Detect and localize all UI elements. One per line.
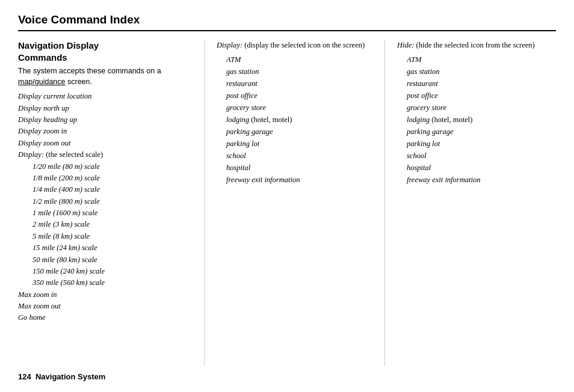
list-item: Display heading up bbox=[18, 114, 192, 126]
list-item: Display north up bbox=[18, 103, 192, 114]
list-item: ATM bbox=[397, 54, 554, 66]
footer-page-num: 124 bbox=[18, 372, 31, 381]
mid-header-normal: (display the selected icon on the screen… bbox=[242, 41, 365, 49]
list-item: lodging (hotel, motel) bbox=[397, 114, 554, 126]
list-item: 350 mile (560 km) scale bbox=[18, 277, 192, 289]
right-header-normal: (hide the selected icon from the screen) bbox=[414, 41, 534, 49]
list-item: gas station bbox=[397, 66, 554, 78]
list-item: restaurant bbox=[217, 78, 378, 90]
list-item: school bbox=[217, 150, 378, 162]
list-item: gas station bbox=[217, 66, 378, 78]
list-item: Go home bbox=[18, 312, 192, 323]
list-item: 15 mile (24 km) scale bbox=[18, 242, 192, 254]
mid-items-list: ATM gas station restaurant post office g… bbox=[217, 54, 378, 186]
list-item: 1/20 mile (80 m) scale bbox=[18, 161, 192, 173]
list-item: Display: (the selected scale) bbox=[18, 149, 192, 161]
list-item: post office bbox=[397, 90, 554, 102]
list-item: freeway exit information bbox=[397, 174, 554, 186]
list-item: 1/4 mile (400 m) scale bbox=[18, 184, 192, 195]
command-list: Display current location Display north u… bbox=[18, 91, 192, 324]
list-item: Display zoom in bbox=[18, 126, 192, 137]
list-item: lodging (hotel, motel) bbox=[217, 114, 378, 126]
list-item: 150 mile (240 km) scale bbox=[18, 266, 192, 277]
left-column: Navigation Display Commands The system a… bbox=[18, 40, 205, 366]
right-col-header: Hide: (hide the selected icon from the s… bbox=[397, 40, 554, 51]
list-item: freeway exit information bbox=[217, 174, 378, 186]
list-item: 1/2 mile (800 m) scale bbox=[18, 196, 192, 207]
list-item: Display current location bbox=[18, 91, 192, 102]
list-item: 2 mile (3 km) scale bbox=[18, 219, 192, 230]
mid-header-italic: Display: bbox=[217, 41, 242, 49]
page-footer: 124 Navigation System bbox=[18, 366, 556, 381]
list-item: 50 mile (80 km) scale bbox=[18, 254, 192, 266]
page-title: Voice Command Index bbox=[18, 13, 140, 26]
list-item: grocery store bbox=[397, 102, 554, 114]
right-column: Hide: (hide the selected icon from the s… bbox=[385, 40, 554, 366]
list-item: grocery store bbox=[217, 102, 378, 114]
list-item: Max zoom in bbox=[18, 289, 192, 301]
list-item: Display zoom out bbox=[18, 138, 192, 149]
list-item: parking lot bbox=[217, 138, 378, 150]
section-title: Navigation Display Commands bbox=[18, 40, 192, 63]
list-item: ATM bbox=[217, 54, 378, 66]
page-header: Voice Command Index bbox=[18, 13, 556, 31]
intro-text: The system accepts these commands on a m… bbox=[18, 66, 192, 87]
mid-col-header: Display: (display the selected icon on t… bbox=[217, 40, 378, 51]
list-item: school bbox=[397, 150, 554, 162]
list-item: Max zoom out bbox=[18, 301, 192, 312]
list-item: 1/8 mile (200 m) scale bbox=[18, 173, 192, 184]
list-item: 1 mile (1600 m) scale bbox=[18, 207, 192, 219]
right-header-italic: Hide: bbox=[397, 41, 414, 49]
list-item: parking garage bbox=[397, 126, 554, 138]
list-item: parking lot bbox=[397, 138, 554, 150]
list-item: hospital bbox=[397, 162, 554, 174]
list-item: 5 mile (8 km) scale bbox=[18, 231, 192, 242]
list-item: hospital bbox=[217, 162, 378, 174]
footer-text: Navigation System bbox=[35, 372, 105, 381]
page: Voice Command Index Navigation Display C… bbox=[0, 0, 574, 392]
list-item: parking garage bbox=[217, 126, 378, 138]
right-items-list: ATM gas station restaurant post office g… bbox=[397, 54, 554, 186]
mid-column: Display: (display the selected icon on t… bbox=[205, 40, 385, 366]
content-area: Navigation Display Commands The system a… bbox=[18, 40, 556, 366]
map-guidance-text: map/guidance bbox=[18, 78, 66, 86]
list-item: restaurant bbox=[397, 78, 554, 90]
list-item: post office bbox=[217, 90, 378, 102]
